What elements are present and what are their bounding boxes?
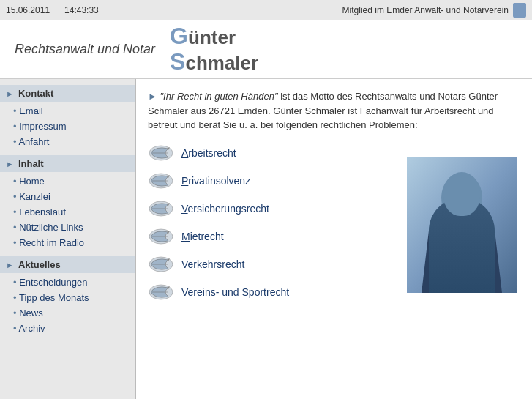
sidebar-item-anfahrt[interactable]: Anfahrt bbox=[0, 134, 135, 149]
sidebar-item-lebenslauf[interactable]: Lebenslauf bbox=[0, 204, 135, 220]
aktuelles-arrow-icon: ► bbox=[6, 261, 14, 269]
sidebar: ► Kontakt Email Impressum Anfahrt ► Inha… bbox=[0, 79, 135, 399]
top-bar: 15.06.2011 14:43:33 Mitglied im Emder An… bbox=[0, 0, 532, 20]
sidebar-item-tipp-des-monats[interactable]: Tipp des Monats bbox=[0, 290, 135, 305]
member-text: Mitglied im Emder Anwalt- und Notarverei… bbox=[342, 5, 509, 15]
intro-paragraph: ► "Ihr Recht in guten Händen" ist das Mo… bbox=[148, 89, 520, 133]
member-info: Mitglied im Emder Anwalt- und Notarverei… bbox=[342, 3, 526, 18]
sidebar-section-aktuelles-label: Aktuelles bbox=[18, 259, 61, 270]
feather-icon-5 bbox=[148, 254, 174, 275]
sidebar-item-home[interactable]: Home bbox=[0, 174, 135, 189]
time-display: 14:43:33 bbox=[64, 5, 99, 15]
sidebar-item-email[interactable]: Email bbox=[0, 103, 135, 119]
kontakt-arrow-icon: ► bbox=[6, 89, 14, 98]
link-versicherungsrecht[interactable]: Versicherungsrecht bbox=[181, 203, 269, 215]
feather-icon-3 bbox=[148, 198, 174, 219]
svg-rect-13 bbox=[407, 157, 517, 293]
header-name-last: Schmaler bbox=[170, 49, 258, 75]
link-vereins-sportrecht[interactable]: Vereins- und Sportrecht bbox=[181, 286, 289, 298]
intro-arrow-icon: ► bbox=[148, 91, 157, 102]
feather-icon-2 bbox=[148, 171, 174, 191]
name-first-initial: G bbox=[170, 23, 188, 49]
svg-point-16 bbox=[463, 194, 478, 204]
lawyer-photo-area bbox=[403, 157, 520, 310]
sidebar-section-aktuelles[interactable]: ► Aktuelles bbox=[0, 256, 135, 273]
sidebar-section-kontakt-label: Kontakt bbox=[18, 88, 53, 99]
sidebar-item-entscheidungen[interactable]: Entscheidungen bbox=[0, 275, 135, 290]
sidebar-item-impressum[interactable]: Impressum bbox=[0, 119, 135, 134]
svg-point-14 bbox=[441, 173, 482, 223]
sidebar-item-kanzlei[interactable]: Kanzlei bbox=[0, 189, 135, 204]
lawyer-photo bbox=[407, 157, 517, 293]
sidebar-item-archiv[interactable]: Archiv bbox=[0, 321, 135, 336]
svg-point-15 bbox=[446, 194, 460, 204]
sidebar-section-kontakt[interactable]: ► Kontakt bbox=[0, 85, 135, 102]
header-name-first: Günter bbox=[170, 23, 258, 49]
svg-point-18 bbox=[462, 209, 476, 220]
sidebar-item-recht-im-radio[interactable]: Recht im Radio bbox=[0, 235, 135, 250]
feather-icon-1 bbox=[148, 143, 174, 163]
name-last-rest: chmaler bbox=[185, 52, 258, 74]
intro-quote: "Ihr Recht in guten Händen" bbox=[160, 91, 278, 102]
practice-areas-list: Arbeitsrecht Privatinsolvenz bbox=[148, 143, 396, 310]
main-layout: ► Kontakt Email Impressum Anfahrt ► Inha… bbox=[0, 79, 532, 399]
sidebar-item-news[interactable]: News bbox=[0, 305, 135, 321]
sidebar-section-inhalt-label: Inhalt bbox=[18, 158, 44, 169]
date-display: 15.06.2011 bbox=[6, 5, 50, 15]
link-mietrecht[interactable]: Mietrecht bbox=[181, 231, 224, 242]
practice-area-mietrecht: Mietrecht bbox=[148, 226, 396, 247]
content-area: ► "Ihr Recht in guten Händen" ist das Mo… bbox=[135, 79, 532, 399]
name-last-initial: S bbox=[170, 48, 185, 75]
link-verkehrsrecht[interactable]: Verkehrsrecht bbox=[181, 258, 244, 270]
sidebar-item-nuetzliche-links[interactable]: Nützliche Links bbox=[0, 220, 135, 235]
header-tagline: Rechtsanwalt und Notar bbox=[15, 42, 155, 57]
practice-area-verkehrsrecht: Verkehrsrecht bbox=[148, 254, 396, 275]
inhalt-arrow-icon: ► bbox=[6, 160, 14, 168]
site-header: Rechtsanwalt und Notar Günter Schmaler bbox=[0, 20, 532, 79]
name-first-rest: ünter bbox=[188, 26, 236, 48]
practice-area-versicherungsrecht: Versicherungsrecht bbox=[148, 198, 396, 219]
content-body: Arbeitsrecht Privatinsolvenz bbox=[148, 143, 520, 310]
member-logo bbox=[513, 3, 526, 18]
practice-area-arbeitsrecht: Arbeitsrecht bbox=[148, 143, 396, 163]
practice-area-privatinsolvenz: Privatinsolvenz bbox=[148, 171, 396, 191]
practice-area-vereins-sportrecht: Vereins- und Sportrecht bbox=[148, 282, 396, 302]
header-name: Günter Schmaler bbox=[170, 23, 258, 75]
link-privatinsolvenz[interactable]: Privatinsolvenz bbox=[181, 175, 250, 187]
link-arbeitsrecht[interactable]: Arbeitsrecht bbox=[181, 147, 236, 159]
sidebar-section-inhalt[interactable]: ► Inhalt bbox=[0, 155, 135, 172]
feather-icon-4 bbox=[148, 226, 174, 247]
feather-icon-6 bbox=[148, 282, 174, 302]
